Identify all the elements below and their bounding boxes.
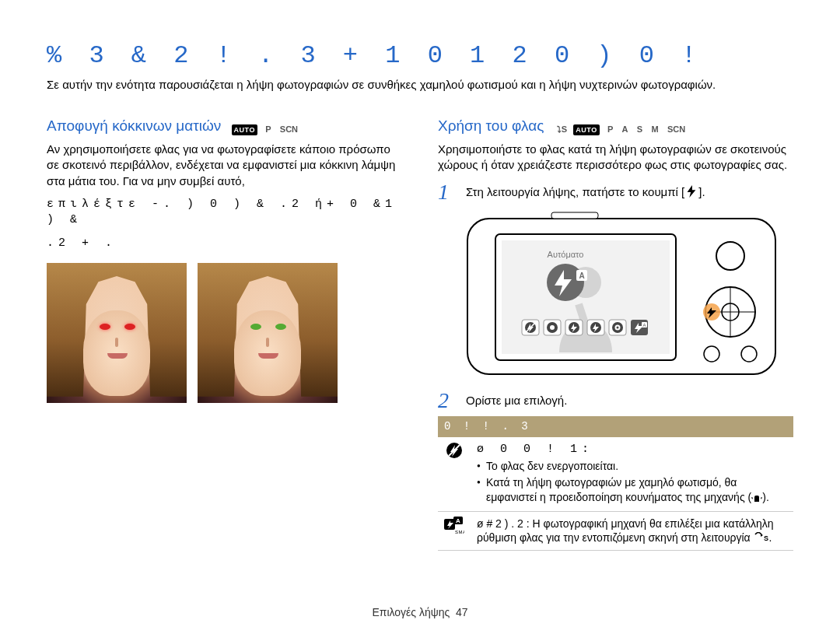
svg-marker-0 [688,185,696,198]
opt-off-b1: Το φλας δεν ενεργοποιείται. [477,459,787,474]
heading-flash-text: Χρήση του φλας [438,117,544,134]
svg-text:A: A [579,271,584,280]
mode-smart-s: ⤵S [557,124,567,135]
mode-scn2: SCN [667,124,685,135]
svg-text:A: A [642,323,646,328]
flash-icon [684,184,698,198]
opt-icon-smart-flash: A SMART [438,511,471,551]
col-red-eye: Αποφυγή κόκκινων ματιών AUTO P SCN Αν χρ… [47,116,402,551]
footer-label: Επιλογές λήψης [372,606,450,618]
mode-s: S [637,124,642,135]
step-2-text: Ορίστε μια επιλογή. [466,390,567,412]
mode-badge-auto: AUTO [232,124,257,135]
opt-off-desc: ø 0 0 ! 1: Το φλας δεν ενεργοποιείται. Κ… [471,437,793,511]
mode-m: M [651,124,658,135]
photo-red-eye-bad [47,263,187,403]
mode-p2: P [607,124,613,135]
svg-point-27 [617,326,619,328]
svg-rect-41 [551,212,598,219]
modes-flash: ⤵S AUTO P A S M SCN [555,117,688,138]
opt-icon-flash-off [438,437,471,511]
step-1-num: 1 [438,181,455,203]
page-intro: Σε αυτήν την ενότητα παρουσιάζεται η λήψ… [47,77,793,93]
step-1: 1 Στη λειτουργία λήψης, πατήστε το κουμπ… [438,181,793,203]
svg-text:S: S [579,322,582,327]
heading-red-eye: Αποφυγή κόκκινων ματιών AUTO P SCN [47,116,402,137]
table-header: 0 ! ! . 3 [438,416,793,437]
table-row: A SMART ø # 2 ) . 2 : Η φωτογραφική μηχα… [438,511,793,551]
opt-off-b2: Κατά τη λήψη φωτογραφιών με χαμηλό φωτισ… [477,475,787,505]
mode-badge-auto2: AUTO [573,124,599,135]
photo-red-eye-fixed [198,263,338,403]
opt-auto-desc: ø # 2 ) . 2 : Η φωτογραφική μηχανή θα επ… [471,511,793,551]
flash-options-table: 0 ! ! . 3 ø 0 0 ! 1: Το φλας δεν ενεργοπ… [438,416,793,552]
mode-p: P [265,124,271,135]
red-eye-glyph2: .2 + . [47,236,402,251]
step-1-end: ]. [698,185,705,198]
svg-text:SMART: SMART [455,530,464,534]
step-1-text: Στη λειτουργία λήψης, πατήστε το κουμπί … [466,185,684,198]
page-footer: Επιλογές λήψης 47 [0,605,840,620]
flash-para: Χρησιμοποιήστε το φλας κατά τη λήψη φωτο… [438,142,793,173]
shake-icon [751,492,762,503]
heading-flash: Χρήση του φλας ⤵S AUTO P A S M SCN [438,116,793,137]
red-eye-glyph1: επιλέξτε -. ) 0 ) & .2 ή+ 0 &1 ) & [47,197,402,229]
smart-mode-icon: S [754,532,769,543]
opt-off-title: ø 0 0 ! 1: [477,442,787,457]
mode-a: A [622,124,628,135]
mode-scn: SCN [280,124,298,135]
example-photos [47,263,402,403]
svg-point-16 [550,325,555,330]
camera-label: Αυτόματο [548,250,584,259]
page-title: % 3 & 2 ! . 3 + 1 0 1 2 0 ) 0 ! [47,39,793,72]
step-2-num: 2 [438,390,455,412]
table-row: ø 0 0 ! 1: Το φλας δεν ενεργοποιείται. Κ… [438,437,793,511]
red-eye-para: Αν χρησιμοποιήσετε φλας για να φωτογραφί… [47,142,402,189]
heading-red-eye-text: Αποφυγή κόκκινων ματιών [47,117,221,134]
camera-illustration: A Αυτόματο S A [466,211,793,382]
svg-text:A: A [456,517,460,524]
col-flash: Χρήση του φλας ⤵S AUTO P A S M SCN Χρησι… [438,116,793,551]
svg-text:S: S [764,534,768,542]
footer-page: 47 [456,606,468,618]
step-2: 2 Ορίστε μια επιλογή. [438,390,793,412]
modes-red-eye: AUTO P SCN [232,117,300,138]
